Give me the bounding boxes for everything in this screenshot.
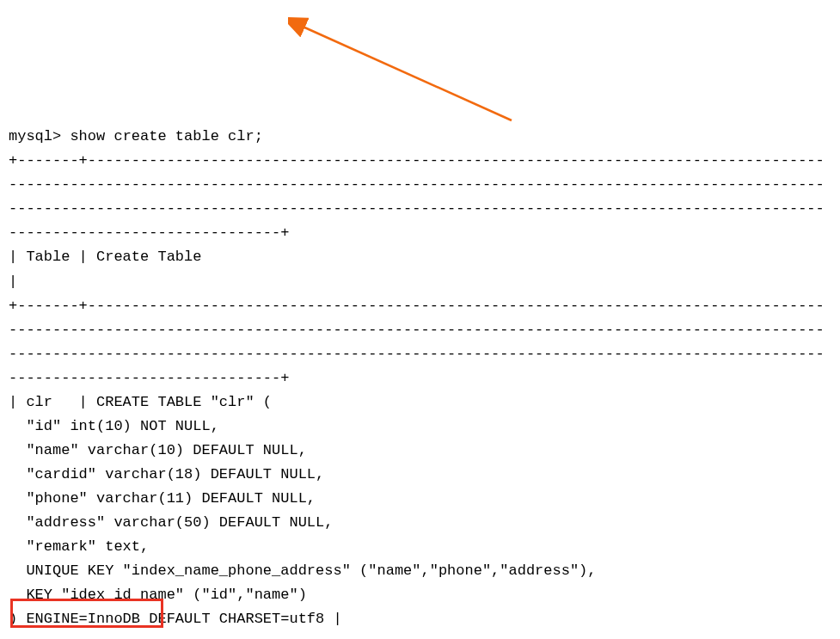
sql-command: show create table clr; bbox=[70, 128, 262, 144]
mysql-terminal-output: mysql> show create table clr; +-------+-… bbox=[9, 101, 831, 631]
column-id: "id" int(10) NOT NULL, bbox=[9, 418, 219, 434]
column-remark: "remark" text, bbox=[9, 538, 149, 555]
create-table-line: | clr | CREATE TABLE "clr" ( bbox=[9, 394, 272, 410]
unique-key-line: UNIQUE KEY "index_name_phone_address" ("… bbox=[9, 562, 597, 579]
table-border-top: +-------+-------------------------------… bbox=[9, 152, 825, 241]
column-name: "name" varchar(10) DEFAULT NULL, bbox=[9, 442, 307, 458]
table-border-mid: +-------+-------------------------------… bbox=[9, 298, 825, 386]
table-header-row: | Table | Create Table bbox=[9, 249, 840, 289]
mysql-prompt: mysql> bbox=[9, 128, 70, 144]
engine-line: ) ENGINE=InnoDB DEFAULT CHARSET=utf8 | bbox=[9, 611, 342, 627]
key-line: KEY "idex_id_name" ("id","name") bbox=[9, 587, 307, 603]
column-cardid: "cardid" varchar(18) DEFAULT NULL, bbox=[9, 466, 324, 482]
column-phone: "phone" varchar(11) DEFAULT NULL, bbox=[9, 490, 316, 507]
column-address: "address" varchar(50) DEFAULT NULL, bbox=[9, 514, 333, 531]
